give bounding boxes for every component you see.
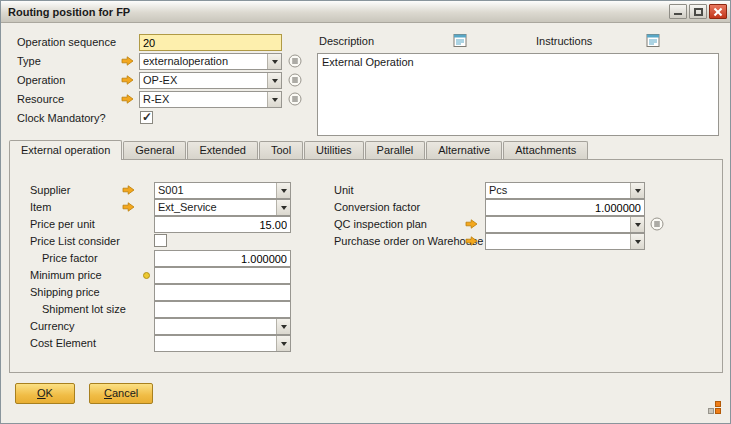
operation-sequence-label: Operation sequence: [17, 36, 116, 48]
cancel-button[interactable]: Cancel: [89, 383, 153, 404]
dropdown-arrow-icon[interactable]: [276, 319, 290, 334]
price-per-unit-input[interactable]: [154, 216, 291, 233]
maximize-icon: [694, 8, 703, 16]
shipment-lot-size-label: Shipment lot size: [42, 303, 126, 315]
shipment-lot-size-row: Shipment lot size: [22, 301, 312, 318]
tab-parallel[interactable]: Parallel: [365, 141, 426, 159]
dropdown-arrow-icon[interactable]: [276, 200, 290, 215]
clock-mandatory-label: Clock Mandatory?: [17, 112, 106, 124]
clock-mandatory-row: Clock Mandatory?: [9, 109, 319, 128]
minimum-price-label: Minimum price: [30, 269, 102, 281]
price-factor-input[interactable]: [154, 250, 291, 267]
description-textarea[interactable]: External Operation: [317, 53, 719, 136]
price-list-consider-label: Price List consider: [30, 235, 120, 247]
shipping-price-label: Shipping price: [30, 286, 100, 298]
tab-attachments[interactable]: Attachments: [503, 141, 588, 159]
dropdown-arrow-icon[interactable]: [630, 217, 644, 232]
titlebar[interactable]: Routing position for FP: [1, 1, 730, 23]
form-right-column: Unit Pcs Conversion factor QC inspection…: [334, 182, 668, 250]
price-per-unit-label: Price per unit: [30, 218, 95, 230]
edit-indicator-icon: [143, 272, 150, 279]
routing-position-dialog: Routing position for FP Operation sequen…: [0, 0, 731, 424]
dropdown-arrow-icon[interactable]: [267, 54, 281, 69]
qc-inspection-plan-label: QC inspection plan: [334, 218, 427, 230]
tab-general[interactable]: General: [123, 141, 186, 159]
dropdown-arrow-icon[interactable]: [276, 183, 290, 198]
shipping-price-input[interactable]: [154, 284, 291, 301]
link-arrow-icon[interactable]: [121, 75, 134, 85]
operation-combo[interactable]: OP-EX: [139, 72, 282, 89]
operation-sequence-input[interactable]: [139, 34, 282, 51]
clock-mandatory-checkbox[interactable]: [140, 111, 153, 124]
price-list-consider-checkbox[interactable]: [154, 234, 167, 247]
cost-element-label: Cost Element: [30, 337, 96, 349]
purchase-order-on-warehouse-label: Purchase order on Warehouse: [334, 235, 483, 247]
choose-from-list-icon[interactable]: [288, 73, 302, 87]
tab-external-operation[interactable]: External operation: [9, 140, 122, 160]
cost-element-combo[interactable]: [154, 335, 291, 352]
link-arrow-icon[interactable]: [121, 56, 134, 66]
currency-combo[interactable]: [154, 318, 291, 335]
form-left-column: Supplier S001 Item Ext_Service Price per…: [22, 182, 312, 352]
link-arrow-icon[interactable]: [465, 236, 478, 246]
tab-utilities[interactable]: Utilities: [304, 141, 363, 159]
maximize-button[interactable]: [689, 4, 707, 19]
qc-inspection-plan-value: [486, 217, 630, 232]
link-arrow-icon[interactable]: [122, 202, 135, 212]
item-combo[interactable]: Ext_Service: [154, 199, 291, 216]
purchase-order-on-warehouse-combo[interactable]: [485, 233, 645, 250]
edit-description-icon[interactable]: [453, 33, 467, 48]
supplier-label: Supplier: [30, 184, 70, 196]
resource-label: Resource: [17, 93, 64, 105]
resize-grip[interactable]: [708, 401, 721, 414]
item-row: Item Ext_Service: [22, 199, 312, 216]
unit-combo[interactable]: Pcs: [485, 182, 645, 199]
currency-value: [155, 319, 276, 334]
qc-inspection-plan-combo[interactable]: [485, 216, 645, 233]
dropdown-arrow-icon[interactable]: [267, 73, 281, 88]
supplier-combo[interactable]: S001: [154, 182, 291, 199]
link-arrow-icon[interactable]: [465, 219, 478, 229]
dropdown-arrow-icon[interactable]: [630, 183, 644, 198]
type-value: externaloperation: [140, 54, 267, 69]
unit-row: Unit Pcs: [334, 182, 668, 199]
choose-from-list-icon[interactable]: [288, 92, 302, 106]
choose-from-list-icon[interactable]: [650, 217, 664, 231]
supplier-value: S001: [155, 183, 276, 198]
link-arrow-icon[interactable]: [122, 185, 135, 195]
shipment-lot-size-input[interactable]: [154, 301, 291, 318]
price-list-consider-row: Price List consider: [22, 233, 312, 250]
conversion-factor-input[interactable]: [485, 199, 645, 216]
unit-label: Unit: [334, 184, 354, 196]
price-factor-row: Price factor: [22, 250, 312, 267]
close-button[interactable]: [709, 4, 727, 19]
choose-from-list-icon[interactable]: [288, 54, 302, 68]
item-value: Ext_Service: [155, 200, 276, 215]
minimum-price-input[interactable]: [154, 267, 291, 284]
operation-value: OP-EX: [140, 73, 267, 88]
description-section: Description Instructions External Operat…: [317, 33, 719, 53]
operation-sequence-row: Operation sequence: [9, 33, 319, 52]
type-row: Type externaloperation: [9, 52, 319, 71]
item-label: Item: [30, 201, 51, 213]
type-combo[interactable]: externaloperation: [139, 53, 282, 70]
description-label: Description: [319, 35, 374, 47]
operation-label: Operation: [17, 74, 65, 86]
edit-instructions-icon[interactable]: [646, 33, 660, 48]
minimize-button[interactable]: [669, 4, 687, 19]
dropdown-arrow-icon[interactable]: [630, 234, 644, 249]
minimum-price-row: Minimum price: [22, 267, 312, 284]
tab-alternative[interactable]: Alternative: [426, 141, 502, 159]
resource-combo[interactable]: R-EX: [139, 91, 282, 108]
footer-buttons: OK Cancel: [15, 383, 153, 404]
dropdown-arrow-icon[interactable]: [267, 92, 281, 107]
cost-element-row: Cost Element: [22, 335, 312, 352]
link-arrow-icon[interactable]: [121, 94, 134, 104]
tab-extended[interactable]: Extended: [187, 141, 257, 159]
tab-tool[interactable]: Tool: [259, 141, 303, 159]
ok-button[interactable]: OK: [15, 383, 75, 404]
price-per-unit-row: Price per unit: [22, 216, 312, 233]
dropdown-arrow-icon[interactable]: [276, 336, 290, 351]
cost-element-value: [155, 336, 276, 351]
conversion-factor-row: Conversion factor: [334, 199, 668, 216]
